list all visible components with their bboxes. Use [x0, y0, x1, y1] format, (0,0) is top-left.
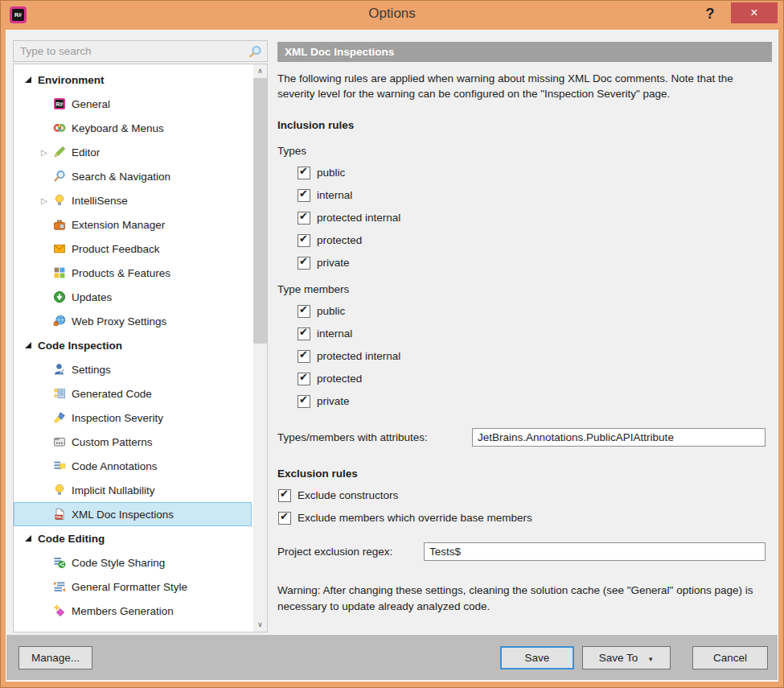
tree-item-label: Code Inspection	[38, 340, 122, 352]
tree-collapsed-icon[interactable]: ▷	[41, 148, 53, 157]
warning-text: Warning: After changing these settings, …	[277, 583, 765, 615]
tree-section-code-inspection[interactable]: Code Inspection	[14, 333, 252, 357]
checkbox-box[interactable]	[278, 512, 291, 525]
checkbox-public[interactable]: public	[298, 304, 772, 318]
types-checkbox-group: publicinternalprotected internalprotecte…	[277, 166, 772, 270]
tree-item-product-feedback[interactable]: Product Feedback	[14, 237, 252, 261]
updates-icon	[53, 290, 66, 303]
tree-item-products-and-features[interactable]: Products & Features	[14, 261, 252, 285]
tree-expanded-icon[interactable]	[25, 535, 31, 542]
code-style-sharing-icon	[53, 556, 66, 569]
checkbox-box[interactable]	[298, 373, 310, 385]
title-bar[interactable]: R# Options ? ×	[1, 1, 783, 30]
tree-item-keyboard-and-menus[interactable]: Keyboard & Menus	[14, 116, 252, 140]
custom-patterns-icon	[53, 435, 66, 448]
tree-item-extension-manager[interactable]: Extension Manager	[14, 212, 252, 237]
product-feedback-icon	[53, 242, 66, 255]
scroll-down-icon[interactable]: ∨	[253, 618, 267, 632]
tree-item-intellisense[interactable]: ▷IntelliSense	[14, 188, 252, 212]
search-navigation-icon	[53, 170, 66, 183]
tree-item-settings[interactable]: Settings	[14, 357, 252, 381]
attributes-input[interactable]	[472, 428, 766, 447]
web-proxy-icon	[53, 315, 66, 328]
tree-item-search-and-navigation[interactable]: Search & Navigation	[14, 164, 252, 188]
products-features-icon	[53, 266, 66, 279]
checkbox-private[interactable]: private	[298, 394, 772, 408]
tree-item-label: Code Annotations	[72, 460, 158, 472]
checkbox-exclude-constructors[interactable]: Exclude constructors	[278, 488, 772, 502]
checkbox-box[interactable]	[298, 328, 310, 340]
search-box[interactable]	[13, 40, 268, 62]
tree-item-inspection-severity[interactable]: Inspection Severity	[14, 406, 252, 430]
checkbox-internal[interactable]: internal	[298, 327, 772, 340]
tree-item-general[interactable]: R#General	[14, 92, 252, 116]
tree-collapsed-icon[interactable]: ▷	[41, 196, 53, 205]
save-button[interactable]: Save	[500, 646, 574, 669]
tree-expanded-icon[interactable]	[25, 342, 31, 348]
tree-item-label: Search & Navigation	[72, 171, 170, 183]
checkbox-public[interactable]: public	[298, 166, 772, 179]
tree-item-editor[interactable]: ▷Editor	[14, 140, 252, 164]
save-to-button[interactable]: Save To▼	[582, 646, 671, 669]
checkbox-label: public	[317, 305, 345, 317]
checkbox-protected-internal[interactable]: protected internal	[298, 211, 772, 225]
help-button[interactable]: ?	[700, 3, 720, 24]
checkbox-box[interactable]	[298, 189, 310, 202]
tree-item-general-formatter-style[interactable]: General Formatter Style	[14, 575, 252, 599]
tree-item-members-generation[interactable]: Members Generation	[14, 599, 252, 623]
cancel-button[interactable]: Cancel	[692, 646, 768, 669]
checkbox-label: protected	[317, 234, 362, 246]
manage-button[interactable]: Manage...	[18, 646, 92, 669]
checkbox-box[interactable]	[298, 212, 310, 225]
checkbox-box[interactable]	[278, 489, 291, 502]
checkbox-label: private	[317, 257, 350, 269]
checkbox-box[interactable]	[298, 350, 310, 363]
types-group-label: Types	[277, 145, 772, 157]
tree-item-label: Settings	[72, 364, 111, 376]
tree-item-implicit-nullability[interactable]: Implicit Nullability	[14, 478, 252, 502]
search-input[interactable]	[14, 41, 267, 61]
tree-item-web-proxy-settings[interactable]: Web Proxy Settings	[14, 309, 252, 333]
checkbox-protected[interactable]: protected	[298, 233, 772, 247]
checkbox-protected-internal[interactable]: protected internal	[298, 349, 772, 363]
scrollbar-thumb[interactable]	[253, 78, 267, 344]
tree-item-custom-patterns[interactable]: Custom Patterns	[14, 430, 252, 454]
checkbox-box[interactable]	[298, 167, 310, 179]
tree-item-label: XML Doc Inspections	[72, 509, 174, 521]
checkbox-label: Exclude constructors	[298, 489, 398, 501]
checkbox-box[interactable]	[298, 234, 310, 247]
tree-scrollbar: ∧ ∨	[253, 64, 267, 632]
generated-code-icon	[53, 387, 66, 400]
checkbox-internal[interactable]: internal	[298, 188, 772, 202]
checkbox-label: private	[317, 395, 350, 407]
checkbox-exclude-members-which-override-base-members[interactable]: Exclude members which override base memb…	[278, 511, 772, 525]
tree-section-code-editing[interactable]: Code Editing	[14, 526, 252, 550]
tree-item-xml-doc-inspections[interactable]: XMLXML Doc Inspections	[14, 502, 252, 526]
tree-section-environment[interactable]: Environment	[14, 68, 252, 92]
implicit-nullability-icon	[53, 484, 66, 496]
tree-item-label: Code Style Sharing	[72, 557, 165, 569]
tree-item-label: Product Feedback	[72, 243, 160, 255]
tree-item-code-style-sharing[interactable]: Code Style Sharing	[14, 550, 252, 575]
tree-item-generated-code[interactable]: Generated Code	[14, 381, 252, 406]
tree-item-code-annotations[interactable]: Code Annotations	[14, 454, 252, 478]
tree-item-label: Updates	[72, 291, 112, 303]
regex-label: Project exclusion regex:	[277, 546, 424, 558]
checkbox-label: Exclude members which override base memb…	[298, 512, 532, 524]
tree-item-label: Extension Manager	[72, 219, 165, 231]
tree-expanded-icon[interactable]	[25, 76, 31, 83]
regex-input[interactable]	[424, 542, 766, 561]
checkbox-private[interactable]: private	[298, 256, 772, 270]
checkbox-protected[interactable]: protected	[298, 372, 772, 385]
checkbox-box[interactable]	[298, 257, 310, 270]
checkbox-label: public	[317, 167, 345, 179]
tree-item-label: Inspection Severity	[72, 412, 163, 424]
checkbox-box[interactable]	[298, 395, 310, 408]
scroll-up-icon[interactable]: ∧	[253, 64, 267, 78]
tree-item-label: IntelliSense	[72, 195, 128, 207]
tree-item-updates[interactable]: Updates	[14, 285, 252, 309]
close-button[interactable]: ×	[731, 2, 778, 23]
editor-pencil-icon	[53, 146, 66, 159]
checkbox-box[interactable]	[298, 305, 310, 318]
intellisense-bulb-icon	[53, 194, 66, 207]
